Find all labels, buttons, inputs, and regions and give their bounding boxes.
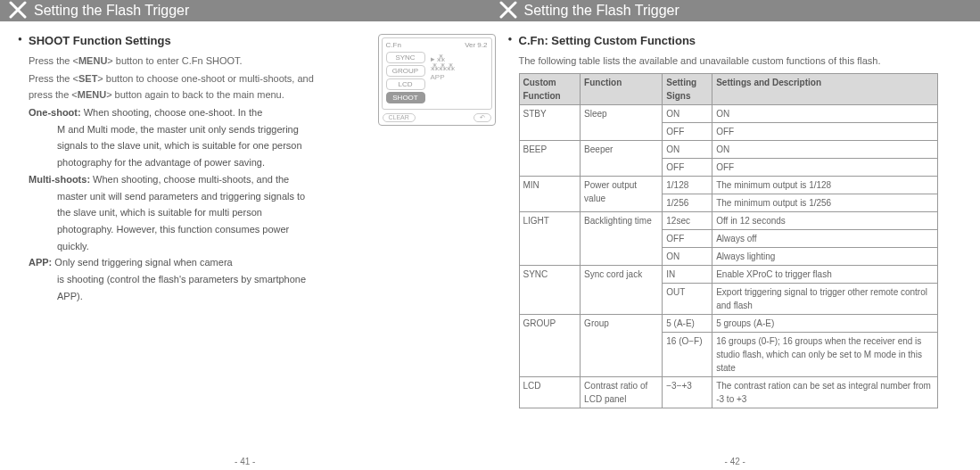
cell-sign: OFF <box>663 122 712 140</box>
cross-icon <box>9 1 27 19</box>
cell-sign: OFF <box>663 158 712 176</box>
cell-sign: OFF <box>663 229 712 247</box>
intro-line: Press the <MENU> button to enter C.Fn SH… <box>29 53 321 70</box>
cell-sign: 16 (O−F) <box>663 332 712 376</box>
cell-function: Power output value <box>581 176 663 211</box>
lcd-ver: Ver 9.2 <box>465 41 487 49</box>
cell-desc: Always lighting <box>712 247 937 265</box>
cell-function: Backlighting time <box>581 211 663 265</box>
desc: When shooting, choose multi-shoots, and … <box>93 174 289 185</box>
lcd-back-icon: ↶ <box>474 113 491 122</box>
desc-cont: is shooting (control the flash's paramet… <box>57 271 321 304</box>
intro-text: The following table lists the available … <box>519 53 970 70</box>
lcd-side-people: ⁂⁂⁂ <box>431 63 455 72</box>
term: Multi-shoots: <box>29 174 90 185</box>
cell-function: Sleep <box>581 104 663 140</box>
table-row: MINPower output value1/128The minimum ou… <box>519 176 937 194</box>
cell-custom-function: MIN <box>519 176 581 211</box>
lcd-side-app: APP <box>431 73 455 81</box>
table-row: GROUPGroup5 (A-E)5 groups (A-E) <box>519 314 937 332</box>
desc-cont: M and Multi mode, the master unit only s… <box>57 121 321 171</box>
intro-line: Press the <SET> button to choose one-sho… <box>29 70 321 103</box>
cell-desc: OFF <box>712 122 937 140</box>
desc: When shooting, choose one-shoot. In the <box>84 107 263 118</box>
cell-custom-function: STBY <box>519 104 581 140</box>
cell-sign: 12sec <box>663 211 712 229</box>
cell-desc: ON <box>712 140 937 158</box>
page-number: - 41 - <box>0 457 490 466</box>
table-header: Settings and Description <box>712 73 937 104</box>
table-header: Function <box>581 73 663 104</box>
cell-desc: 16 groups (0-F); 16 groups when the rece… <box>712 332 937 376</box>
cell-function: Contrast ratio of LCD panel <box>581 376 663 408</box>
lcd-menu-item: GROUP <box>386 65 425 77</box>
custom-function-table: Custom FunctionFunctionSetting SignsSett… <box>519 73 938 408</box>
page-42: Setting the Flash Trigger C.Fn: Setting … <box>490 0 981 470</box>
cell-sign: 1/128 <box>663 176 712 194</box>
cell-custom-function: LIGHT <box>519 211 581 265</box>
cell-sign: ON <box>663 247 712 265</box>
cell-desc: OFF <box>712 158 937 176</box>
definition-item: APP: Only send triggering signal when ca… <box>29 254 321 304</box>
lcd-side-arrow: ▸ ⁂ <box>431 54 455 63</box>
cell-desc: Always off <box>712 229 937 247</box>
cell-custom-function: BEEP <box>519 140 581 176</box>
cross-icon <box>499 1 517 19</box>
desc-cont: master unit will send parameters and tri… <box>57 188 321 255</box>
lcd-menu-item: SYNC <box>386 52 425 63</box>
section-title: SHOOT Function Settings <box>18 34 321 47</box>
cell-custom-function: GROUP <box>519 314 581 376</box>
cell-sign: −3−+3 <box>663 376 712 408</box>
lcd-menu-item: SHOOT <box>386 92 425 103</box>
section-title: C.Fn: Setting Custom Functions <box>508 34 970 47</box>
cell-sign: 1/256 <box>663 194 712 211</box>
cell-sign: ON <box>663 104 712 122</box>
cell-sign: OUT <box>663 283 712 314</box>
page-41: Setting the Flash Trigger SHOOT Function… <box>0 0 490 470</box>
cell-desc: The minimum output is 1/256 <box>712 194 937 211</box>
cell-custom-function: SYNC <box>519 265 581 314</box>
cell-desc: The contrast ration can be set as integr… <box>712 376 937 408</box>
cell-function: Group <box>581 314 663 376</box>
table-header: Setting Signs <box>663 73 712 104</box>
lcd-clear: CLEAR <box>383 113 416 122</box>
term: APP: <box>29 257 52 268</box>
header-bar: Setting the Flash Trigger <box>490 0 981 21</box>
cell-desc: Enable XProC to trigger flash <box>712 265 937 283</box>
cell-sign: ON <box>663 140 712 158</box>
cell-desc: 5 groups (A-E) <box>712 314 937 332</box>
cell-desc: The minimum output is 1/128 <box>712 176 937 194</box>
table-row: STBYSleepONON <box>519 104 937 122</box>
table-row: LIGHTBacklighting time12secOff in 12 sec… <box>519 211 937 229</box>
cell-custom-function: LCD <box>519 376 581 408</box>
table-row: LCDContrast ratio of LCD panel−3−+3The c… <box>519 376 937 408</box>
lcd-menu-item: LCD <box>386 78 425 90</box>
header-title: Setting the Flash Trigger <box>34 3 189 18</box>
cell-desc: Export triggering signal to trigger othe… <box>712 283 937 314</box>
table-row: BEEPBeeperONON <box>519 140 937 158</box>
cell-sign: IN <box>663 265 712 283</box>
cell-desc: Off in 12 seconds <box>712 211 937 229</box>
left-content: SHOOT Function Settings Press the <MENU>… <box>0 34 490 454</box>
cell-function: Sync cord jack <box>581 265 663 314</box>
definition-item: One-shoot: When shooting, choose one-sho… <box>29 104 321 171</box>
table-row: SYNCSync cord jackINEnable XProC to trig… <box>519 265 937 283</box>
cell-desc: ON <box>712 104 937 122</box>
cell-function: Beeper <box>581 140 663 176</box>
desc: Only send triggering signal when camera <box>54 257 232 268</box>
cell-sign: 5 (A-E) <box>663 314 712 332</box>
intro-text: Press the <MENU> button to enter C.Fn SH… <box>29 53 321 103</box>
term: One-shoot: <box>29 107 81 118</box>
table-header: Custom Function <box>519 73 581 104</box>
header-title: Setting the Flash Trigger <box>524 3 679 18</box>
definition-item: Multi-shoots: When shooting, choose mult… <box>29 171 321 254</box>
right-content: C.Fn: Setting Custom Functions The follo… <box>490 34 981 454</box>
lcd-illustration: C.Fn Ver 9.2 SYNCGROUPLCDSHOOT ▸ ⁂ ⁂⁂⁂ A… <box>378 34 496 126</box>
header-bar: Setting the Flash Trigger <box>0 0 490 21</box>
lcd-cfn: C.Fn <box>386 41 401 49</box>
page-number: - 42 - <box>490 457 981 466</box>
